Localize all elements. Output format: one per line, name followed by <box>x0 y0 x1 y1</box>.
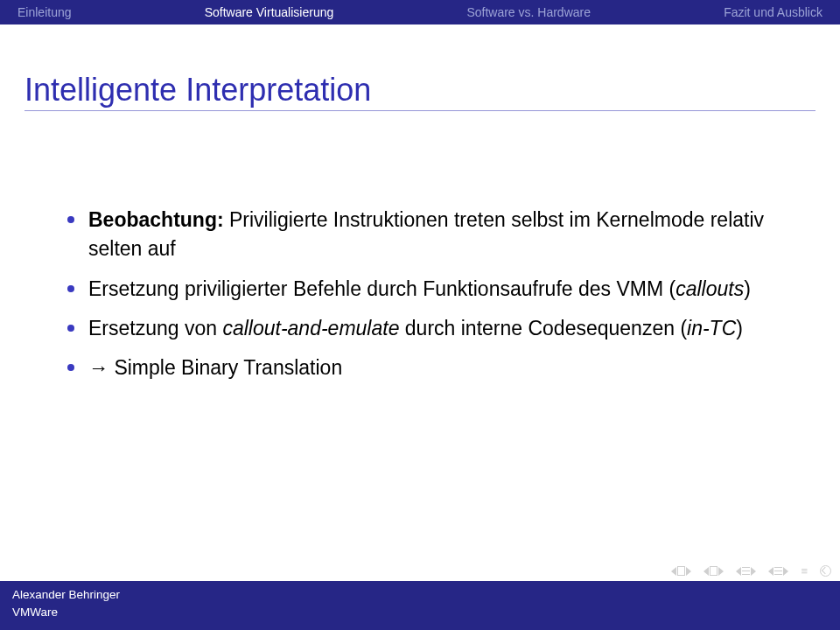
triangle-left-icon <box>768 567 774 576</box>
triangle-right-icon <box>686 567 691 576</box>
bullet-label: Beobachtung: <box>88 208 224 231</box>
page-icon <box>677 566 685 576</box>
frame-icon <box>710 566 718 576</box>
triangle-left-icon <box>704 567 709 576</box>
bullet-text-3c: ) <box>736 317 743 340</box>
lines-icon <box>774 567 782 575</box>
italic-callout-and-emulate: callout-and-emulate <box>222 317 399 340</box>
italic-callouts: callouts <box>676 277 744 300</box>
footer-subject: VMWare <box>12 604 120 621</box>
back-icon[interactable] <box>820 565 831 577</box>
bullet-text-4: Simple Binary Translation <box>108 356 342 379</box>
beamer-nav-controls: ≡ <box>671 564 831 578</box>
bullet-list: Beobachtung: Priviligierte Instruktionen… <box>66 206 774 383</box>
bullet-observation: Beobachtung: Priviligierte Instruktionen… <box>66 206 774 264</box>
footer-text: Alexander Behringer VMWare <box>12 586 120 622</box>
footer-bar: Alexander Behringer VMWare <box>0 581 840 630</box>
nav-item-software-vs-hardware[interactable]: Software vs. Hardware <box>459 5 598 19</box>
nav-slide-prev-next[interactable] <box>671 566 691 576</box>
bullet-simple-bt: → Simple Binary Translation <box>66 354 774 382</box>
triangle-left-icon <box>736 567 741 576</box>
triangle-right-icon <box>718 567 724 576</box>
slide-title: Intelligente Interpretation <box>24 72 816 108</box>
nav-item-software-virtualisierung[interactable]: Software Virtualisierung <box>198 5 341 19</box>
triangle-right-icon <box>783 567 788 576</box>
triangle-left-icon <box>671 567 676 576</box>
bullet-replace-callouts: Ersetzung priviligierter Befehle durch F… <box>66 275 774 304</box>
bullet-text-2a: Ersetzung priviligierter Befehle durch F… <box>88 277 676 300</box>
equiv-icon: ≡ <box>801 564 808 578</box>
nav-section-prev-next[interactable] <box>736 567 756 576</box>
title-rule <box>24 110 816 111</box>
bullet-text-3a: Ersetzung von <box>88 317 222 340</box>
bullet-replace-emulate: Ersetzung von callout-and-emulate durch … <box>66 314 774 343</box>
italic-in-tc: in-TC <box>687 317 736 340</box>
bullet-text-2b: ) <box>744 277 751 300</box>
nav-frame-prev-next[interactable] <box>704 566 724 576</box>
bullet-text-3b: durch interne Codesequenzen ( <box>399 317 687 340</box>
footer-author: Alexander Behringer <box>12 586 120 604</box>
section-navbar: Einleitung Software Virtualisierung Soft… <box>0 0 840 24</box>
arrow-icon: → <box>88 356 108 379</box>
title-area: Intelligente Interpretation <box>0 24 840 118</box>
triangle-right-icon <box>751 567 756 576</box>
lines-icon <box>742 567 750 575</box>
nav-item-einleitung[interactable]: Einleitung <box>10 5 79 19</box>
nav-item-fazit[interactable]: Fazit und Ausblick <box>717 5 830 19</box>
slide-content: Beobachtung: Priviligierte Instruktionen… <box>0 118 840 383</box>
nav-subsection-prev-next[interactable] <box>768 567 788 576</box>
